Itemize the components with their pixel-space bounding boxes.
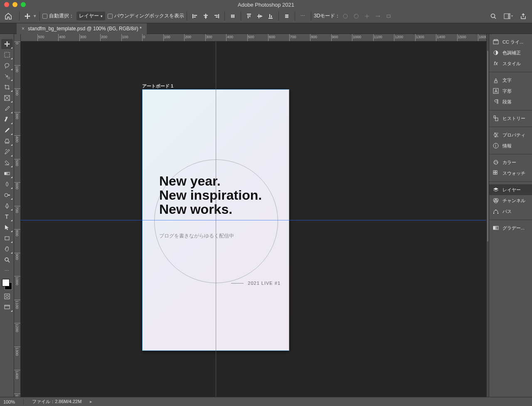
more-options-icon[interactable]: ⋯	[298, 12, 308, 21]
maximize-window-button[interactable]	[21, 2, 26, 7]
panel-color[interactable]: カラー	[489, 157, 532, 168]
svg-rect-4	[204, 15, 208, 16]
auto-select-target-dropdown[interactable]: レイヤー▾	[76, 12, 105, 20]
path-select-tool[interactable]	[1, 223, 13, 232]
hand-tool[interactable]	[1, 244, 13, 254]
history-brush-tool[interactable]	[1, 147, 13, 157]
svg-point-61	[495, 136, 496, 137]
svg-rect-19	[269, 14, 270, 17]
svg-rect-20	[271, 15, 272, 17]
horizontal-guide[interactable]	[21, 220, 486, 220]
headline-2: New inspiration.	[159, 188, 262, 203]
share-icon[interactable]	[519, 12, 528, 21]
align-right-icon[interactable]	[212, 12, 221, 21]
window-controls	[0, 2, 26, 7]
dodge-tool[interactable]	[1, 190, 13, 200]
panel-paths[interactable]: パス	[489, 206, 532, 217]
svg-rect-5	[204, 17, 207, 17]
svg-rect-38	[5, 172, 10, 175]
lasso-tool[interactable]	[1, 61, 13, 71]
move-tool[interactable]	[1, 39, 13, 49]
panel-channels[interactable]: チャンネル	[489, 195, 532, 206]
align-hcenter-icon[interactable]	[201, 12, 210, 21]
panel-properties[interactable]: プロパティ	[489, 130, 532, 140]
frame-tool[interactable]	[1, 93, 13, 103]
panel-scrollbar[interactable]	[486, 34, 489, 397]
align-vcenter-icon[interactable]	[255, 12, 264, 21]
canvas-stage[interactable]: アートボード 1 New year. New inspiration. New …	[21, 42, 486, 397]
zoom-tool[interactable]	[1, 255, 13, 265]
panel-adjustments[interactable]: 色調補正	[489, 47, 532, 58]
home-button[interactable]	[3, 11, 13, 21]
svg-point-24	[343, 14, 347, 18]
svg-rect-77	[498, 213, 498, 214]
align-bottom-icon[interactable]	[266, 12, 275, 21]
eraser-tool[interactable]	[1, 158, 13, 168]
svg-point-65	[495, 161, 495, 162]
healing-brush-tool[interactable]	[1, 115, 13, 125]
panel-styles[interactable]: fxスタイル	[489, 58, 532, 69]
panel-character[interactable]: A文字	[489, 75, 532, 86]
svg-rect-13	[248, 15, 249, 18]
panel-info[interactable]: i情報	[489, 140, 532, 151]
auto-select-checkbox[interactable]	[42, 14, 47, 19]
3d-pan-icon	[362, 12, 372, 21]
svg-point-59	[496, 135, 498, 136]
svg-point-67	[497, 162, 498, 163]
close-window-button[interactable]	[4, 2, 9, 7]
eyedropper-tool[interactable]	[1, 104, 13, 114]
svg-point-27	[491, 14, 495, 17]
vertical-ruler[interactable]: 0100200300400500600700800900100011001200…	[14, 34, 21, 397]
rectangle-tool[interactable]	[1, 233, 13, 243]
vertical-guide[interactable]	[216, 42, 216, 397]
zoom-level[interactable]: 100%	[3, 399, 15, 404]
status-menu-chevron-icon[interactable]: ▸	[90, 399, 92, 404]
svg-text:i: i	[495, 144, 496, 148]
move-tool-indicator-icon	[23, 12, 32, 21]
panel-cc-libraries[interactable]: CC ライ...	[489, 37, 532, 47]
panel-glyphs[interactable]: A字形	[489, 86, 532, 96]
svg-rect-10	[232, 15, 233, 18]
quick-mask-icon[interactable]	[1, 291, 13, 301]
panel-layers[interactable]: レイヤー	[489, 184, 532, 195]
align-top-icon[interactable]	[244, 12, 254, 21]
quick-select-tool[interactable]	[1, 71, 13, 81]
gradient-tool[interactable]	[1, 169, 13, 179]
search-icon[interactable]	[489, 12, 498, 21]
blur-tool[interactable]	[1, 179, 13, 189]
svg-rect-78	[495, 210, 496, 210]
document-tab-label: standfm_bg_template.psd @ 100% (BG, RGB/…	[28, 26, 142, 32]
file-size-info[interactable]: ファイル：2.86M/4.22M	[32, 399, 81, 405]
panel-gradients[interactable]: グラデー...	[489, 223, 532, 233]
panel-swatches[interactable]: スウォッチ	[489, 168, 532, 179]
svg-rect-15	[257, 16, 262, 17]
svg-rect-70	[495, 171, 497, 172]
main-area: T ⋯ 010020030040050060070080090010001100…	[0, 34, 532, 397]
screen-mode-icon[interactable]	[1, 302, 13, 312]
marquee-tool[interactable]	[1, 50, 13, 60]
panel-paragraph[interactable]: 段落	[489, 96, 532, 107]
type-tool[interactable]: T	[1, 212, 13, 222]
distribute-h-icon[interactable]	[228, 12, 237, 21]
workspace-switcher-icon[interactable]: ▾	[504, 12, 513, 21]
close-tab-icon[interactable]: ×	[22, 26, 25, 32]
svg-point-39	[5, 193, 8, 197]
pen-tool[interactable]	[1, 201, 13, 211]
show-bbox-checkbox[interactable]	[108, 14, 113, 19]
align-left-icon[interactable]	[190, 12, 200, 21]
document-tab-bar: × standfm_bg_template.psd @ 100% (BG, RG…	[0, 23, 532, 34]
panel-history[interactable]: ヒストリー	[489, 113, 532, 124]
document-tab[interactable]: × standfm_bg_template.psd @ 100% (BG, RG…	[17, 23, 147, 34]
crop-tool[interactable]	[1, 82, 13, 92]
svg-point-64	[494, 160, 498, 164]
options-bar: ▾ 自動選択： レイヤー▾ バウンディングボックスを表示 ⋯ 3Dモード： ▾	[0, 9, 532, 23]
distribute-v-icon[interactable]	[282, 12, 291, 21]
color-swatches[interactable]	[1, 278, 13, 291]
horizontal-ruler[interactable]: 5004003002001000100200300400500600700800…	[21, 34, 486, 42]
clone-stamp-tool[interactable]	[1, 136, 13, 146]
brush-tool[interactable]	[1, 125, 13, 135]
foreground-color-swatch[interactable]	[2, 279, 10, 286]
minimize-window-button[interactable]	[12, 2, 17, 7]
edit-toolbar-icon[interactable]: ⋯	[1, 266, 13, 276]
artboard-label[interactable]: アートボード 1	[142, 83, 173, 89]
